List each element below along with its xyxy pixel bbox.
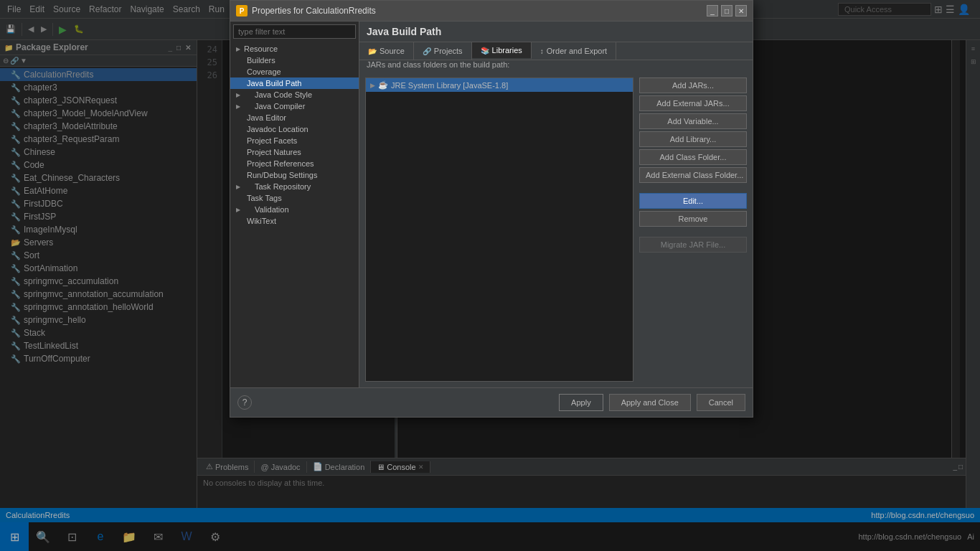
builders-label: Builders [247,56,275,65]
order-tab-label: Order and Export [547,47,607,55]
dtree-project-references[interactable]: Project References [230,158,359,169]
dtree-task-tags[interactable]: Task Tags [230,192,359,204]
build-path-tabs: 📂 Source 🔗 Projects 📚 Libraries ↕ Order … [359,42,753,60]
dialog-controls: _ □ ✕ [707,5,747,17]
add-library-button[interactable]: Add Library... [639,131,747,147]
project-natures-label: Project Natures [247,148,301,156]
dtree-project-natures[interactable]: Project Natures [230,146,359,158]
build-path-content: ▶ ☕ JRE System Library [JavaSE-1.8] Add … [359,72,753,387]
project-references-label: Project References [247,159,314,168]
projects-tab-icon: 🔗 [423,47,431,55]
task-repository-label: Task Repository [255,182,311,191]
help-button[interactable]: ? [237,395,252,410]
dtree-java-editor[interactable]: Java Editor [230,112,359,123]
run-debug-label: Run/Debug Settings [247,171,317,179]
dialog-footer: ? Apply Apply and Close Cancel [230,387,753,417]
add-external-class-folder-button[interactable]: Add External Class Folder... [639,167,747,183]
javadoc-location-label: Javadoc Location [247,125,308,133]
coverage-label: Coverage [247,67,281,76]
tab-projects[interactable]: 🔗 Projects [414,42,472,60]
dialog-overlay: P Properties for CalculationRredits _ □ … [0,0,980,551]
jre-system-library-item[interactable]: ▶ ☕ JRE System Library [JavaSE-1.8] [366,78,633,92]
java-build-path-header: Java Build Path [359,22,753,42]
build-path-buttons: Add JARs... Add External JARs... Add Var… [639,77,747,382]
order-tab-icon: ↕ [540,47,544,55]
dtree-javadoc-location[interactable]: Javadoc Location [230,123,359,135]
java-editor-label: Java Editor [247,113,286,122]
dialog-close-btn[interactable]: ✕ [735,5,747,17]
btn-spacer2 [639,229,747,235]
dtree-task-repository[interactable]: Task Repository [230,181,359,192]
dtree-resource[interactable]: Resource [230,43,359,55]
java-compiler-label: Java Compiler [255,102,305,110]
dtree-java-code-style[interactable]: Java Code Style [230,89,359,100]
jars-list[interactable]: ▶ ☕ JRE System Library [JavaSE-1.8] [365,77,633,382]
jre-expand-icon[interactable]: ▶ [370,82,375,89]
dtree-builders[interactable]: Builders [230,55,359,66]
jre-label: JRE System Library [JavaSE-1.8] [391,81,508,90]
add-external-jars-button[interactable]: Add External JARs... [639,95,747,111]
dialog-right-panel: Java Build Path 📂 Source 🔗 Projects 📚 Li… [359,22,753,387]
dialog-left-panel: Resource Builders Coverage Java Build Pa… [230,22,359,387]
task-tags-label: Task Tags [247,194,282,202]
jre-icon: ☕ [378,80,388,90]
tab-libraries[interactable]: 📚 Libraries [472,42,532,60]
validation-label: Validation [255,205,289,214]
dialog-titlebar: P Properties for CalculationRredits _ □ … [230,1,753,22]
libraries-tab-icon: 📚 [481,47,489,55]
btn-spacer [639,185,747,191]
dialog-tree: Resource Builders Coverage Java Build Pa… [230,42,359,387]
source-tab-label: Source [380,47,405,55]
dtree-validation[interactable]: Validation [230,204,359,215]
dialog-maximize-btn[interactable]: □ [721,5,732,17]
remove-button[interactable]: Remove [639,211,747,227]
java-code-style-label: Java Code Style [255,90,312,99]
dialog-body: Resource Builders Coverage Java Build Pa… [230,22,753,387]
libraries-tab-label: Libraries [492,46,522,55]
dtree-java-compiler[interactable]: Java Compiler [230,100,359,112]
tab-source[interactable]: 📂 Source [359,42,414,60]
dtree-coverage[interactable]: Coverage [230,66,359,77]
dtree-run-debug[interactable]: Run/Debug Settings [230,169,359,181]
edit-button[interactable]: Edit... [639,193,747,209]
tab-order-export[interactable]: ↕ Order and Export [532,42,616,60]
project-facets-label: Project Facets [247,136,297,145]
dialog-minimize-btn[interactable]: _ [707,5,718,17]
add-class-folder-button[interactable]: Add Class Folder... [639,149,747,165]
dtree-project-facets[interactable]: Project Facets [230,135,359,146]
projects-tab-label: Projects [434,47,463,55]
jars-description: JARs and class folders on the build path… [359,60,753,72]
dialog-title-text: Properties for CalculationRredits [252,6,707,16]
migrate-jar-button[interactable]: Migrate JAR File... [639,237,747,253]
wikitext-label: WikiText [247,217,276,225]
add-jars-button[interactable]: Add JARs... [639,77,747,93]
apply-and-close-button[interactable]: Apply and Close [609,394,691,411]
java-build-path-label: Java Build Path [247,79,301,88]
resource-label: Resource [244,44,278,53]
dtree-java-build-path[interactable]: Java Build Path [230,77,359,89]
add-variable-button[interactable]: Add Variable... [639,113,747,129]
properties-dialog: P Properties for CalculationRredits _ □ … [230,0,753,418]
apply-button[interactable]: Apply [559,394,603,411]
source-tab-icon: 📂 [368,47,377,55]
dtree-wikitext[interactable]: WikiText [230,215,359,227]
cancel-button[interactable]: Cancel [697,394,745,411]
filter-input[interactable] [233,24,356,39]
dialog-title-icon: P [236,5,248,17]
